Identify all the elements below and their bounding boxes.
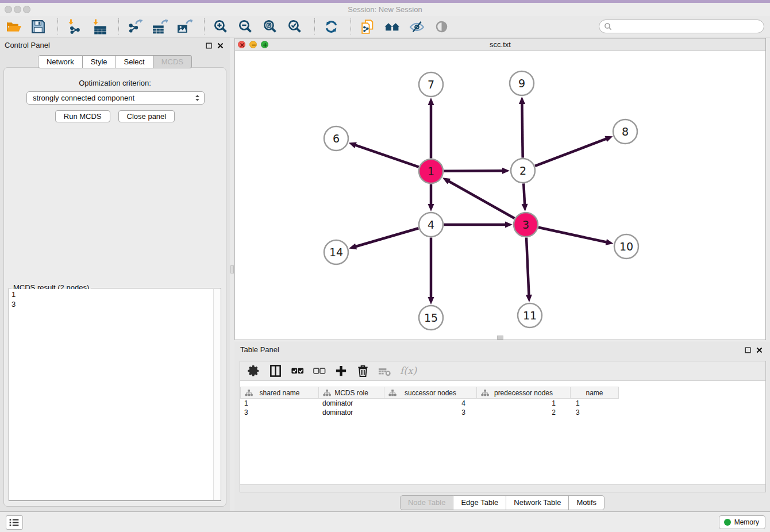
- graph-edge-arrowhead: [428, 204, 434, 211]
- control-panel-tabs: NetworkStyleSelectMCDS: [0, 55, 230, 68]
- graph-edge-arrowhead: [428, 297, 434, 304]
- application-window: Session: New Session Control Panel: [0, 0, 770, 532]
- memory-button[interactable]: Memory: [719, 515, 765, 529]
- tab-network-table[interactable]: Network Table: [506, 495, 569, 510]
- column-header-successor-nodes[interactable]: successor nodes: [384, 387, 477, 399]
- float-panel-icon[interactable]: [744, 346, 752, 353]
- tab-motifs[interactable]: Motifs: [569, 495, 605, 510]
- refresh-icon[interactable]: [324, 19, 339, 34]
- export-table-icon[interactable]: [152, 19, 168, 34]
- graph-edge-arrowhead: [349, 142, 357, 148]
- hide-details-eye-icon[interactable]: [409, 19, 425, 34]
- result-scrollbar[interactable]: [213, 289, 220, 500]
- zoom-selected-icon[interactable]: [287, 19, 303, 34]
- save-icon[interactable]: [30, 19, 46, 34]
- import-table-icon[interactable]: [91, 19, 107, 34]
- splitter-handle[interactable]: [230, 265, 234, 273]
- add-column-icon[interactable]: [334, 364, 348, 377]
- optimization-criterion-select[interactable]: strongly connected component: [26, 91, 205, 105]
- table-cell[interactable]: dominator: [319, 399, 384, 408]
- tab-node-table[interactable]: Node Table: [400, 495, 454, 510]
- control-panel-title: Control Panel: [5, 41, 50, 49]
- mcds-result-list[interactable]: 13: [10, 289, 213, 500]
- open-folder-icon[interactable]: [6, 19, 21, 34]
- tab-mcds[interactable]: MCDS: [153, 55, 192, 68]
- network-window-titlebar[interactable]: scc.txt: [235, 38, 765, 51]
- tab-network[interactable]: Network: [38, 55, 83, 68]
- close-panel-icon[interactable]: [217, 41, 224, 49]
- search-input[interactable]: [599, 20, 764, 33]
- task-history-button[interactable]: [6, 515, 23, 530]
- graph-node-label: 15: [424, 311, 438, 324]
- table-panel: Table Panel f(x) shared nameMCDS rolesuc…: [234, 342, 770, 511]
- zoom-out-icon[interactable]: [238, 19, 253, 34]
- zoom-fit-icon[interactable]: [263, 19, 278, 34]
- hierarchy-icon: [481, 389, 489, 397]
- graph-node-label: 9: [518, 77, 525, 90]
- result-item[interactable]: 3: [11, 299, 211, 309]
- toolbar-separator: [118, 18, 120, 34]
- graph-edge-arrowhead: [349, 244, 357, 250]
- table-cell[interactable]: 3: [384, 408, 477, 417]
- graph-edge-4-14[interactable]: [355, 228, 419, 246]
- table-cell[interactable]: 4: [384, 399, 477, 408]
- search-icon: [604, 22, 613, 31]
- panel-splitter[interactable]: [230, 37, 234, 511]
- select-all-icon[interactable]: [291, 364, 304, 377]
- column-header-MCDS-role[interactable]: MCDS role: [319, 387, 384, 399]
- graph-edge-3-1[interactable]: [448, 181, 515, 218]
- column-header-name[interactable]: name: [571, 387, 619, 399]
- trash-icon[interactable]: [356, 364, 369, 377]
- zoom-in-icon[interactable]: [213, 19, 229, 34]
- graphics-details-icon: [434, 19, 449, 34]
- table-row[interactable]: 1dominator411: [240, 399, 765, 408]
- result-item[interactable]: 1: [11, 290, 211, 299]
- run-mcds-button[interactable]: Run MCDS: [55, 110, 110, 122]
- graph-edge-2-3[interactable]: [523, 183, 525, 205]
- table-row[interactable]: 3dominator323: [240, 408, 765, 417]
- graph-edge-1-6[interactable]: [355, 145, 419, 167]
- tab-edge-table[interactable]: Edge Table: [453, 495, 506, 510]
- tab-select[interactable]: Select: [116, 55, 153, 68]
- column-header-shared-name[interactable]: shared name: [240, 387, 319, 399]
- deselect-all-icon[interactable]: [313, 364, 326, 377]
- graph-edge-2-9[interactable]: [522, 103, 522, 158]
- graph-edge-arrowhead: [505, 222, 513, 228]
- graph-node-label: 6: [333, 132, 340, 145]
- graph-node-label: 10: [619, 240, 633, 253]
- close-panel-button[interactable]: Close panel: [118, 110, 175, 122]
- table-cell[interactable]: 1: [571, 399, 619, 408]
- column-header-predecessor-nodes[interactable]: predecessor nodes: [477, 387, 571, 399]
- memory-label: Memory: [734, 518, 759, 526]
- graph-edge-arrowhead: [522, 204, 528, 211]
- graph-node-label: 11: [523, 309, 537, 322]
- tab-style[interactable]: Style: [83, 55, 116, 68]
- toolbar-separator: [204, 18, 205, 34]
- table-cell[interactable]: dominator: [319, 408, 384, 417]
- columns-icon[interactable]: [269, 364, 282, 377]
- window-resize-grip[interactable]: [497, 336, 503, 340]
- network-graph[interactable]: 7968124314101511: [235, 51, 765, 340]
- duplicate-network-icon[interactable]: [360, 19, 375, 34]
- table-cell[interactable]: 2: [477, 408, 571, 417]
- export-image-icon[interactable]: [177, 19, 192, 34]
- toolbar-separator: [351, 18, 352, 34]
- float-panel-icon[interactable]: [205, 41, 213, 49]
- graph-edge-2-8[interactable]: [535, 138, 607, 166]
- import-network-icon[interactable]: [67, 19, 82, 34]
- graph-edge-3-11[interactable]: [526, 237, 529, 296]
- close-panel-icon[interactable]: [756, 346, 763, 353]
- list-icon: [8, 516, 20, 529]
- network-canvas[interactable]: 7968124314101511: [235, 51, 765, 340]
- table-cell[interactable]: 3: [240, 408, 319, 417]
- table-cell[interactable]: 3: [571, 408, 619, 417]
- gear-icon[interactable]: [247, 364, 260, 377]
- export-network-icon[interactable]: [128, 19, 143, 34]
- horizontal-scrollbar[interactable]: [240, 484, 765, 492]
- table-cell[interactable]: 1: [477, 399, 571, 408]
- graph-edge-1-2[interactable]: [444, 171, 503, 171]
- homes-icon[interactable]: [384, 19, 400, 34]
- graph-edge-3-10[interactable]: [538, 228, 607, 242]
- toolbar-separator: [314, 18, 315, 34]
- table-cell[interactable]: 1: [240, 399, 319, 408]
